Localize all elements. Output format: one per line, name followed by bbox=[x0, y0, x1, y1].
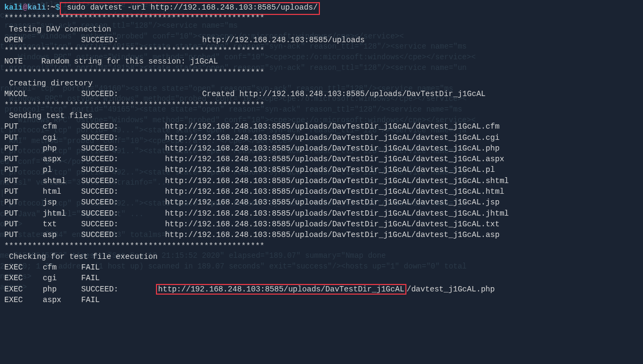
put-result: PUTaspSUCCEED: http://192.168.248.103:85… bbox=[4, 230, 639, 240]
put-result: PUTtxtSUCCEED: http://192.168.248.103:85… bbox=[4, 219, 639, 230]
command-text: sudo davtest -url http://192.168.248.103… bbox=[62, 3, 318, 12]
separator-line: ****************************************… bbox=[4, 100, 639, 110]
mkcol-result: MKCOLSUCCEED: Created http://192.168.248… bbox=[4, 89, 639, 99]
put-result: PUThtmlSUCCEED: http://192.168.248.103:8… bbox=[4, 186, 639, 197]
section-header: Testing DAV connection bbox=[4, 24, 639, 35]
prompt-host: kali bbox=[28, 3, 46, 12]
exec-result: EXECcgiFAIL bbox=[4, 273, 639, 283]
prompt-sep: : bbox=[46, 3, 51, 12]
separator-line: ****************************************… bbox=[4, 13, 639, 23]
put-result: PUTshtmlSUCCEED: http://192.168.248.103:… bbox=[4, 176, 639, 186]
put-result: PUTcfmSUCCEED: http://192.168.248.103:85… bbox=[4, 121, 639, 132]
separator-line: ****************************************… bbox=[4, 45, 639, 56]
section-header: Checking for test file execution bbox=[4, 251, 639, 262]
exec-php-result: EXECphpSUCCEED:http://192.168.248.103:85… bbox=[4, 284, 639, 295]
put-result: PUTcgiSUCCEED: http://192.168.248.103:85… bbox=[4, 132, 639, 143]
prompt-path: ~ bbox=[51, 3, 56, 12]
put-result: PUTphpSUCCEED: http://192.168.248.103:85… bbox=[4, 143, 639, 154]
put-result: PUTjspSUCCEED: http://192.168.248.103:85… bbox=[4, 197, 639, 208]
separator-line: ****************************************… bbox=[4, 67, 639, 78]
note-line: NOTE Random string for this session: j1G… bbox=[4, 56, 639, 67]
section-header: Sending test files bbox=[4, 110, 639, 121]
put-result: PUTjhtmlSUCCEED: http://192.168.248.103:… bbox=[4, 208, 639, 219]
prompt-at: @ bbox=[23, 3, 28, 12]
separator-line: ****************************************… bbox=[4, 241, 639, 251]
prompt-line[interactable]: kali@kali:~$ sudo davtest -url http://19… bbox=[4, 2, 639, 13]
open-result: OPENSUCCEED: http://192.168.248.103:8585… bbox=[4, 35, 639, 45]
prompt-user: kali bbox=[4, 3, 23, 12]
section-header: Creating directory bbox=[4, 78, 639, 89]
put-result: PUTplSUCCEED: http://192.168.248.103:858… bbox=[4, 164, 639, 175]
terminal-output: kali@kali:~$ sudo davtest -url http://19… bbox=[4, 2, 639, 305]
exec-aspx-result: EXECaspxFAIL bbox=[4, 295, 639, 305]
put-result: PUTaspxSUCCEED: http://192.168.248.103:8… bbox=[4, 154, 639, 164]
exec-result: EXECcfmFAIL bbox=[4, 262, 639, 273]
highlighted-url: http://192.168.248.103:8585/uploads/DavT… bbox=[156, 284, 406, 295]
